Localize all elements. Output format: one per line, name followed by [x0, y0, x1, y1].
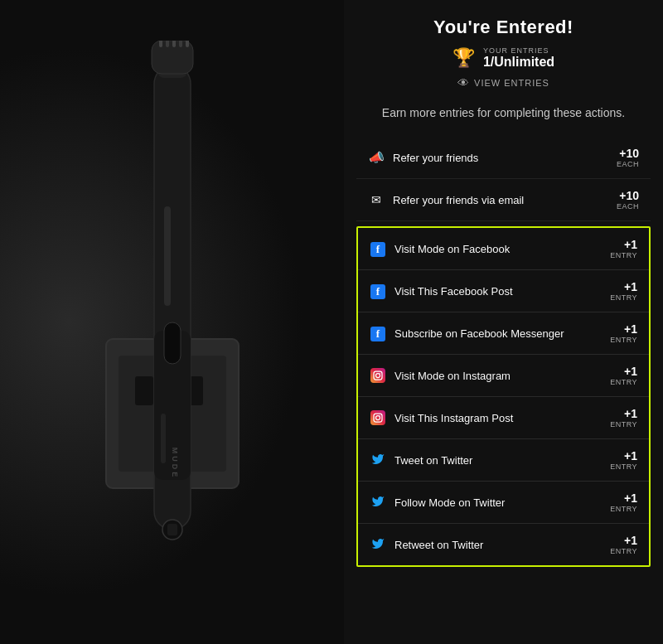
retweet-twitter-unit: ENTRY: [610, 547, 637, 555]
action-tweet-twitter[interactable]: Tweet on Twitter +1 ENTRY: [358, 439, 649, 482]
view-entries-label: VIEW ENTRIES: [474, 78, 549, 88]
refer-friends-unit: EACH: [617, 160, 639, 168]
twitter-icon-2: [370, 494, 386, 511]
svg-rect-13: [166, 41, 169, 47]
visit-ig-post-value: +1: [624, 407, 637, 420]
entries-row: 🏆 YOUR ENTRIES 1/Unlimited: [452, 46, 554, 70]
visit-fb-post-points: +1 ENTRY: [610, 280, 637, 302]
svg-rect-14: [172, 41, 176, 47]
tweet-twitter-points: +1 ENTRY: [610, 449, 637, 471]
action-left: f Subscribe on Facebook Messenger: [370, 326, 564, 341]
retweet-twitter-value: +1: [624, 534, 637, 547]
svg-rect-12: [159, 41, 162, 47]
social-actions-box: f Visit Mode on Facebook +1 ENTRY f Visi…: [356, 226, 651, 567]
non-social-actions: 📣 Refer your friends +10 EACH ✉ Refer yo…: [356, 137, 651, 221]
actions-list: 📣 Refer your friends +10 EACH ✉ Refer yo…: [344, 137, 663, 567]
visit-ig-post-unit: ENTRY: [610, 420, 637, 429]
refer-friends-value: +10: [619, 147, 639, 160]
visit-facebook-unit: ENTRY: [610, 251, 637, 259]
refer-email-unit: EACH: [617, 202, 639, 211]
svg-rect-19: [167, 524, 177, 535]
action-left: f Visit This Facebook Post: [370, 283, 513, 299]
subscribe-messenger-label: Subscribe on Facebook Messenger: [394, 327, 564, 340]
action-left: Retweet on Twitter: [370, 536, 483, 554]
visit-facebook-label: Visit Mode on Facebook: [394, 243, 510, 255]
refer-email-points: +10 EACH: [617, 189, 639, 211]
left-panel: MUDE: [0, 0, 344, 644]
visit-instagram-unit: ENTRY: [610, 378, 637, 386]
visit-instagram-label: Visit Mode on Instagram: [394, 370, 511, 382]
action-subscribe-messenger[interactable]: f Subscribe on Facebook Messenger +1 ENT…: [358, 312, 649, 355]
email-icon: ✉: [368, 193, 385, 206]
instagram-icon-2: [370, 410, 386, 426]
refer-friends-label: Refer your friends: [393, 152, 478, 164]
visit-fb-post-unit: ENTRY: [610, 293, 637, 302]
twitter-icon-1: [370, 452, 386, 469]
visit-fb-post-value: +1: [624, 280, 637, 293]
svg-point-24: [376, 415, 380, 419]
entered-title: You're Entered!: [433, 17, 573, 38]
facebook-icon-3: f: [370, 326, 386, 341]
action-left: Visit This Instagram Post: [370, 410, 513, 426]
visit-instagram-points: +1 ENTRY: [610, 365, 637, 386]
follow-twitter-unit: ENTRY: [610, 505, 637, 513]
right-panel: You're Entered! 🏆 YOUR ENTRIES 1/Unlimit…: [344, 0, 663, 644]
tweet-twitter-unit: ENTRY: [610, 462, 637, 471]
action-visit-instagram[interactable]: Visit Mode on Instagram +1 ENTRY: [358, 355, 649, 397]
svg-rect-9: [161, 414, 166, 463]
svg-text:MUDE: MUDE: [171, 447, 179, 479]
action-visit-ig-post[interactable]: Visit This Instagram Post +1 ENTRY: [358, 397, 649, 439]
instagram-icon-1: [370, 368, 386, 384]
action-left: ✉ Refer your friends via email: [368, 193, 524, 206]
action-left: Visit Mode on Instagram: [370, 368, 511, 384]
svg-rect-23: [374, 414, 382, 422]
svg-point-21: [376, 373, 380, 377]
refer-email-label: Refer your friends via email: [393, 194, 524, 206]
refer-email-value: +10: [619, 189, 639, 202]
subscribe-messenger-unit: ENTRY: [610, 336, 637, 344]
svg-rect-20: [374, 371, 382, 380]
subscribe-messenger-value: +1: [624, 322, 637, 336]
facebook-icon-2: f: [370, 283, 386, 299]
earn-more-text: Earn more entries for completing these a…: [365, 104, 641, 122]
action-visit-fb-post[interactable]: f Visit This Facebook Post +1 ENTRY: [358, 270, 649, 312]
megaphone-icon: 📣: [368, 150, 385, 165]
retweet-twitter-label: Retweet on Twitter: [394, 539, 483, 551]
action-left: Follow Mode on Twitter: [370, 494, 505, 511]
svg-point-25: [380, 414, 380, 415]
action-refer-email[interactable]: ✉ Refer your friends via email +10 EACH: [356, 179, 651, 221]
action-left: f Visit Mode on Facebook: [370, 241, 510, 257]
entries-info: YOUR ENTRIES 1/Unlimited: [483, 46, 554, 70]
entries-count: 1/Unlimited: [483, 55, 554, 70]
action-follow-twitter[interactable]: Follow Mode on Twitter +1 ENTRY: [358, 482, 649, 524]
eye-icon: 👁: [457, 76, 470, 90]
refer-friends-points: +10 EACH: [617, 147, 639, 168]
visit-facebook-points: +1 ENTRY: [610, 238, 637, 259]
svg-rect-16: [186, 41, 189, 47]
trophy-icon: 🏆: [452, 47, 475, 69]
svg-rect-2: [135, 376, 153, 405]
tweet-twitter-label: Tweet on Twitter: [394, 454, 472, 467]
visit-facebook-value: +1: [624, 238, 637, 251]
action-left: 📣 Refer your friends: [368, 150, 478, 165]
retweet-twitter-points: +1 ENTRY: [610, 534, 637, 555]
visit-ig-post-points: +1 ENTRY: [610, 407, 637, 429]
entries-label: YOUR ENTRIES: [483, 46, 549, 55]
visit-fb-post-label: Visit This Facebook Post: [394, 285, 513, 298]
visit-instagram-value: +1: [624, 365, 637, 378]
view-entries-button[interactable]: 👁 VIEW ENTRIES: [457, 76, 549, 90]
tweet-twitter-value: +1: [624, 449, 637, 462]
follow-twitter-label: Follow Mode on Twitter: [394, 496, 505, 509]
action-left: Tweet on Twitter: [370, 452, 472, 469]
twitter-icon-3: [370, 536, 386, 554]
action-visit-facebook[interactable]: f Visit Mode on Facebook +1 ENTRY: [358, 228, 649, 270]
action-refer-friends[interactable]: 📣 Refer your friends +10 EACH: [356, 137, 651, 179]
toothbrush-image: MUDE: [56, 41, 288, 604]
svg-rect-7: [164, 206, 171, 306]
facebook-icon-1: f: [370, 241, 386, 257]
subscribe-messenger-points: +1 ENTRY: [610, 322, 637, 344]
action-retweet-twitter[interactable]: Retweet on Twitter +1 ENTRY: [358, 524, 649, 565]
follow-twitter-value: +1: [624, 491, 637, 505]
svg-rect-15: [179, 41, 182, 47]
visit-ig-post-label: Visit This Instagram Post: [394, 412, 513, 424]
